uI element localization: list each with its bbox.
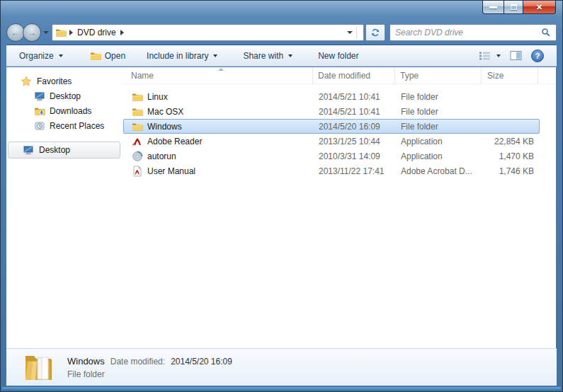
table-row-user-manual[interactable]: User Manual 2013/11/22 17:41 Adobe Acrob… bbox=[123, 163, 540, 178]
details-item-type: File folder bbox=[67, 369, 232, 379]
address-bar[interactable]: DVD drive bbox=[52, 24, 364, 41]
sidebar-item-label: Desktop bbox=[50, 91, 81, 101]
forward-button[interactable]: → bbox=[23, 23, 41, 42]
column-headers: Name Date modified Type Size bbox=[123, 67, 556, 84]
details-pane: Windows Date modified: 2014/5/20 16:09 F… bbox=[6, 348, 557, 386]
adobe-reader-icon bbox=[132, 136, 143, 147]
file-size bbox=[482, 105, 538, 118]
star-icon bbox=[21, 76, 32, 87]
close-button[interactable]: ✕ bbox=[523, 1, 556, 14]
refresh-icon bbox=[370, 28, 380, 38]
column-header-type[interactable]: Type bbox=[395, 67, 482, 83]
file-type: File folder bbox=[396, 105, 482, 118]
breadcrumb-arrow-icon bbox=[69, 30, 73, 35]
organize-button[interactable]: Organize bbox=[19, 51, 63, 61]
minimize-icon bbox=[489, 6, 497, 8]
desktop-icon bbox=[23, 144, 34, 156]
breadcrumb-arrow-icon[interactable] bbox=[120, 30, 124, 35]
folder-icon bbox=[55, 27, 67, 38]
tree-item-label: Desktop bbox=[39, 145, 70, 155]
details-text: Windows Date modified: 2014/5/20 16:09 F… bbox=[67, 356, 232, 379]
file-name: Linux bbox=[147, 92, 168, 102]
table-row-adobe-reader[interactable]: Adobe Reader 2013/1/25 10:44 Application… bbox=[123, 134, 540, 149]
file-rows: Linux 2014/5/21 10:41 File folder Mac OS… bbox=[123, 84, 556, 178]
sidebar-item-desktop[interactable]: Desktop bbox=[6, 88, 123, 103]
details-date-value: 2014/5/20 16:09 bbox=[171, 357, 232, 367]
favorites-label: Favorites bbox=[37, 76, 72, 86]
share-label: Share with bbox=[243, 51, 283, 61]
table-row-windows-selected[interactable]: Windows 2014/5/20 16:09 File folder bbox=[123, 119, 540, 134]
chevron-down-icon bbox=[59, 54, 63, 57]
include-label: Include in library bbox=[147, 51, 208, 61]
tree-item-desktop[interactable]: Desktop bbox=[8, 142, 120, 158]
file-size: 1,470 KB bbox=[482, 149, 538, 163]
refresh-button[interactable] bbox=[365, 24, 385, 41]
new-folder-button[interactable]: New folder bbox=[318, 51, 358, 61]
recent-places-icon bbox=[34, 120, 45, 132]
close-icon: ✕ bbox=[536, 4, 542, 11]
maximize-button[interactable] bbox=[504, 1, 523, 14]
organize-label: Organize bbox=[19, 51, 54, 61]
file-type: File folder bbox=[396, 90, 482, 103]
toolbar-right-group: ? bbox=[479, 50, 544, 62]
share-with-button[interactable]: Share with bbox=[243, 51, 292, 61]
sidebar-item-label: Recent Places bbox=[50, 121, 104, 131]
file-type: Application bbox=[396, 134, 482, 148]
breadcrumb[interactable]: DVD drive bbox=[67, 26, 127, 39]
chevron-down-icon bbox=[288, 54, 292, 57]
change-view-button[interactable] bbox=[479, 51, 501, 61]
window-bottom-border bbox=[2, 387, 561, 390]
explorer-window: ✕ ← → DVD drive bbox=[0, 0, 563, 392]
include-in-library-button[interactable]: Include in library bbox=[147, 51, 217, 61]
file-date: 2013/11/22 17:41 bbox=[314, 164, 396, 178]
breadcrumb-location[interactable]: DVD drive bbox=[77, 28, 116, 38]
file-name: User Manual bbox=[147, 166, 195, 176]
new-folder-label: New folder bbox=[318, 51, 358, 61]
search-input[interactable]: Search DVD drive bbox=[389, 24, 557, 41]
open-label: Open bbox=[105, 51, 125, 61]
list-view-icon bbox=[479, 51, 491, 61]
file-name: Adobe Reader bbox=[147, 137, 202, 146]
autorun-icon bbox=[132, 151, 143, 162]
file-type: Application bbox=[396, 149, 482, 163]
help-button[interactable]: ? bbox=[531, 50, 544, 62]
search-icon[interactable] bbox=[541, 28, 551, 38]
preview-pane-button[interactable] bbox=[510, 50, 522, 61]
window-controls: ✕ bbox=[482, 1, 556, 14]
file-list-pane: Name Date modified Type Size Linux 2014/… bbox=[123, 67, 556, 348]
column-header-size[interactable]: Size bbox=[482, 67, 538, 83]
sidebar-item-recent-places[interactable]: Recent Places bbox=[6, 118, 123, 133]
table-row-linux[interactable]: Linux 2014/5/21 10:41 File folder bbox=[123, 89, 540, 104]
history-dropdown-icon[interactable] bbox=[43, 31, 49, 34]
table-row-mac-osx[interactable]: Mac OSX 2014/5/21 10:41 File folder bbox=[123, 104, 540, 119]
sort-ascending-icon bbox=[218, 68, 224, 71]
navigation-bar: ← → DVD drive bbox=[6, 21, 557, 45]
folder-icon bbox=[132, 91, 143, 103]
file-date: 2014/5/20 16:09 bbox=[314, 120, 396, 133]
file-date: 2014/5/21 10:41 bbox=[314, 105, 396, 118]
maximize-icon bbox=[511, 4, 517, 10]
column-header-filler bbox=[538, 67, 556, 83]
address-dropdown-icon[interactable] bbox=[347, 31, 353, 34]
sidebar-group-favorites[interactable]: Favorites bbox=[6, 74, 123, 88]
forward-icon: → bbox=[27, 27, 37, 38]
file-size: 1,746 KB bbox=[482, 164, 538, 178]
file-name: autorun bbox=[147, 151, 176, 161]
file-type: File folder bbox=[396, 120, 482, 133]
folder-icon bbox=[132, 121, 143, 132]
file-size bbox=[482, 90, 538, 103]
large-folder-icon bbox=[23, 353, 55, 381]
column-header-date-modified[interactable]: Date modified bbox=[313, 67, 395, 83]
chevron-down-icon bbox=[496, 54, 501, 57]
open-folder-icon bbox=[90, 50, 101, 62]
downloads-icon bbox=[34, 105, 45, 117]
minimize-button[interactable] bbox=[482, 1, 504, 14]
navigation-pane: Favorites Desktop Downloads bbox=[6, 67, 123, 348]
file-date: 2014/5/21 10:41 bbox=[314, 90, 396, 103]
file-size bbox=[482, 120, 538, 133]
file-name: Windows bbox=[147, 122, 182, 132]
sidebar-item-downloads[interactable]: Downloads bbox=[6, 103, 123, 118]
file-type: Adobe Acrobat D... bbox=[396, 164, 482, 178]
open-button[interactable]: Open bbox=[90, 50, 125, 62]
table-row-autorun[interactable]: autorun 2010/3/31 14:09 Application 1,47… bbox=[123, 149, 540, 163]
